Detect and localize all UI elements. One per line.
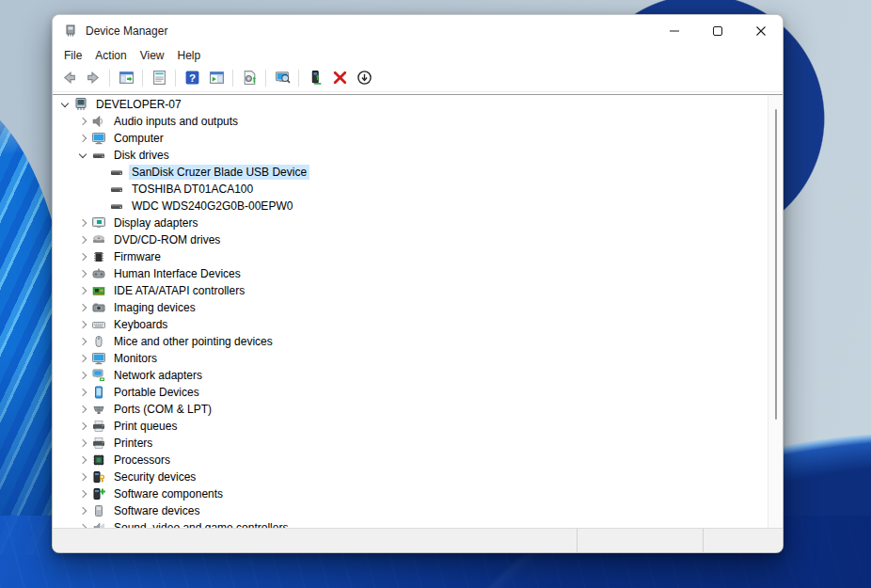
disable-icon: [356, 70, 372, 86]
scan-hardware-button[interactable]: [271, 67, 293, 89]
tree-item-wdc-wds240g2g0b-00epw0[interactable]: WDC WDS240G2G0B-00EPW0: [53, 198, 768, 215]
tree-item-network-adapters[interactable]: Network adapters: [53, 367, 768, 384]
tree-item-computer[interactable]: Computer: [53, 130, 768, 147]
chevron-right-icon[interactable]: [76, 435, 89, 452]
update-driver-button[interactable]: [238, 67, 261, 89]
tree-item-printers[interactable]: Printers: [53, 435, 768, 452]
ports-icon: [91, 402, 106, 417]
security-icon: [91, 469, 106, 485]
toolbar-separator: [298, 70, 299, 87]
minimize-button[interactable]: [653, 15, 696, 46]
menu-help[interactable]: Help: [171, 48, 208, 63]
chevron-right-icon[interactable]: [76, 231, 89, 248]
uninstall-device-button[interactable]: [328, 67, 351, 89]
vertical-scrollbar[interactable]: [768, 95, 783, 528]
chevron-right-icon[interactable]: [76, 485, 89, 502]
tree-item-disk-drives[interactable]: Disk drives: [53, 147, 768, 164]
tree-item-developer-07[interactable]: DEVELOPER-07: [53, 96, 768, 113]
tree-item-label: SanDisk Cruzer Blade USB Device: [129, 165, 309, 180]
chevron-right-icon[interactable]: [76, 418, 89, 435]
disk-icon: [91, 148, 106, 163]
tree-item-dvd-cd-rom-drives[interactable]: DVD/CD-ROM drives: [53, 231, 768, 248]
menu-bar: FileActionViewHelp: [53, 46, 783, 64]
chevron-right-icon[interactable]: [76, 248, 89, 265]
maximize-icon: [712, 25, 723, 37]
tree-item-ide-ata-atapi-controllers[interactable]: IDE ATA/ATAPI controllers: [53, 282, 768, 299]
window-controls: [653, 15, 783, 46]
chevron-right-icon[interactable]: [76, 333, 89, 350]
monitor-icon: [91, 351, 106, 366]
close-button[interactable]: [739, 15, 783, 46]
menu-view[interactable]: View: [134, 48, 171, 63]
tree-item-toshiba-dt01aca100[interactable]: TOSHIBA DT01ACA100: [53, 181, 768, 198]
tree-item-human-interface-devices[interactable]: Human Interface Devices: [53, 265, 768, 282]
tree-item-audio-inputs-and-outputs[interactable]: Audio inputs and outputs: [53, 113, 768, 130]
processor-icon: [91, 453, 106, 468]
tree-item-sandisk-cruzer-blade-usb-device[interactable]: SanDisk Cruzer Blade USB Device: [53, 164, 768, 181]
scrollbar-thumb[interactable]: [775, 109, 777, 420]
tree-item-ports-com-lpt[interactable]: Ports (COM & LPT): [53, 401, 768, 418]
chevron-right-icon[interactable]: [76, 113, 89, 130]
chevron-right-icon[interactable]: [76, 519, 89, 528]
device-manager-icon[interactable]: [63, 24, 78, 39]
monitor-icon: [91, 131, 106, 146]
back-icon: [61, 70, 77, 86]
chevron-right-icon[interactable]: [76, 502, 89, 519]
status-bar: [53, 528, 783, 552]
tree-item-processors[interactable]: Processors: [53, 452, 768, 469]
tree-item-label: Printers: [111, 436, 155, 451]
chevron-right-icon[interactable]: [76, 130, 89, 147]
forward-icon: [86, 70, 102, 86]
chevron-right-icon[interactable]: [76, 350, 89, 367]
action-pane-button[interactable]: [205, 67, 228, 89]
disable-device-button[interactable]: [353, 67, 375, 89]
status-pane: [53, 529, 577, 552]
tree-item-keyboards[interactable]: Keyboards: [53, 316, 768, 333]
chevron-right-icon[interactable]: [76, 401, 89, 418]
chevron-down-icon[interactable]: [76, 147, 89, 164]
chevron-right-icon[interactable]: [76, 299, 89, 316]
tree-item-mice-and-other-pointing-devices[interactable]: Mice and other pointing devices: [53, 333, 768, 350]
tree-item-firmware[interactable]: Firmware: [53, 248, 768, 265]
network-icon: [91, 368, 106, 383]
tree-item-portable-devices[interactable]: Portable Devices: [53, 384, 768, 401]
chevron-none: [94, 181, 107, 198]
computer-icon: [73, 97, 88, 112]
tree-item-software-devices[interactable]: Software devices: [53, 502, 768, 519]
tree-item-software-components[interactable]: Software components: [53, 485, 768, 502]
tree-item-security-devices[interactable]: Security devices: [53, 469, 768, 485]
mouse-icon: [91, 334, 106, 349]
menu-action[interactable]: Action: [88, 48, 133, 63]
chevron-right-icon[interactable]: [76, 452, 89, 469]
tree-item-imaging-devices[interactable]: Imaging devices: [53, 299, 768, 316]
sound-icon: [91, 520, 106, 528]
tree-item-label: TOSHIBA DT01ACA100: [129, 182, 256, 197]
printer-icon: [91, 419, 106, 434]
add-drivers-button[interactable]: [304, 67, 326, 89]
chevron-right-icon[interactable]: [76, 215, 89, 231]
properties-button[interactable]: [148, 67, 170, 89]
chevron-right-icon[interactable]: [76, 316, 89, 333]
chevron-right-icon[interactable]: [76, 282, 89, 299]
tree-item-print-queues[interactable]: Print queues: [53, 418, 768, 435]
back-button[interactable]: [57, 67, 80, 89]
chevron-down-icon[interactable]: [58, 96, 71, 113]
desktop-wallpaper: Device Manager FileActionViewHelp ? DEVE…: [0, 0, 871, 588]
chevron-right-icon[interactable]: [76, 367, 89, 384]
tree-item-display-adapters[interactable]: Display adapters: [53, 215, 768, 231]
forward-button[interactable]: [82, 67, 104, 89]
status-pane: [578, 529, 703, 552]
tree-item-monitors[interactable]: Monitors: [53, 350, 768, 367]
tree-item-sound-video-and-game-controllers[interactable]: Sound, video and game controllers: [53, 519, 768, 528]
show-console-tree-button[interactable]: [115, 67, 137, 89]
maximize-button[interactable]: [696, 15, 739, 46]
chevron-right-icon[interactable]: [76, 469, 89, 485]
chevron-right-icon[interactable]: [76, 265, 89, 282]
chevron-right-icon[interactable]: [76, 384, 89, 401]
title-bar: Device Manager: [53, 15, 783, 46]
device-tree: DEVELOPER-07Audio inputs and outputsComp…: [53, 96, 768, 528]
software-device-icon: [91, 503, 106, 518]
menu-file[interactable]: File: [57, 48, 88, 63]
portable-icon: [91, 385, 106, 400]
help-button[interactable]: ?: [181, 67, 203, 89]
